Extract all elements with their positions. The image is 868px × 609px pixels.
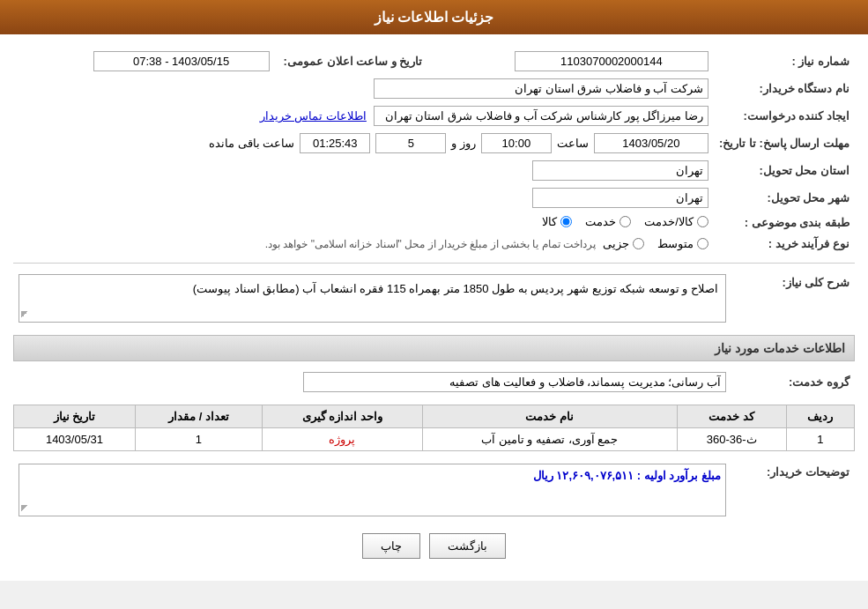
announcement-date-label: تاریخ و ساعت اعلان عمومی: [275,48,428,75]
col-quantity: تعداد / مقدار [135,405,262,428]
cell-service-name: جمع آوری، تصفیه و تامین آب [422,428,677,451]
col-unit: واحد اندازه گیری [263,405,423,428]
buyer-org-label: نام دستگاه خریدار: [714,75,855,102]
buyer-notes-label: توضیحات خریدار: [731,460,855,520]
need-description-label: شرح کلی نیاز: [731,271,855,326]
category-option-1: کالا [542,215,572,228]
row-response-deadline: مهلت ارسال پاسخ: تا تاریخ: 1403/05/20 سا… [13,130,855,157]
requester-value: رضا میرزاگل پور کارشناس شرکت آب و فاضلاب… [374,106,708,126]
col-date: تاریخ نیاز [14,405,136,428]
city-label: شهر محل تحویل: [714,184,855,212]
info-table: شماره نیاز : 1103070002000144 تاریخ و سا… [13,48,855,254]
row-purchase-type: نوع فرآیند خرید : متوسط جزیی [13,234,855,254]
need-description-value: اصلاح و توسعه شبکه توزیع شهر پردیس به طو… [193,282,718,295]
content-area: شماره نیاز : 1103070002000144 تاریخ و سا… [0,34,868,581]
response-time-label: ساعت [557,137,589,150]
page-header: جزئیات اطلاعات نیاز [0,0,868,34]
row-buyer-org: نام دستگاه خریدار: شرکت آب و فاضلاب شرق … [13,75,855,102]
city-value: تهران [532,188,708,208]
print-button[interactable]: چاپ [362,533,420,559]
col-row-num: ردیف [786,405,854,428]
requester-label: ایجاد کننده درخواست: [714,102,855,130]
row-need-description: شرح کلی نیاز: اصلاح و توسعه شبکه توزیع ش… [13,271,855,326]
page-title: جزئیات اطلاعات نیاز [375,10,494,25]
purchase-type-label-small: جزیی [603,237,629,250]
response-days-value: 5 [375,133,446,153]
buyer-org-value: شرکت آب و فاضلاب شرق استان تهران [374,78,708,99]
service-group-label: گروه خدمت: [731,368,855,396]
category-radio-khedmat[interactable] [619,216,631,227]
province-label: استان محل تحویل: [714,157,855,184]
purchase-type-radio-group: متوسط جزیی [603,237,708,250]
category-label-kala: کالا [542,215,557,228]
services-section-header: اطلاعات خدمات مورد نیاز [13,335,855,361]
buyer-notes-resize-handle [21,505,30,514]
category-value-cell: کالا/خدمت خدمت کالا [13,212,714,234]
table-row: 1ث-36-360جمع آوری، تصفیه و تامین آبپروژه… [14,428,855,451]
need-number-label: شماره نیاز : [714,48,855,75]
province-value-cell: تهران [13,157,714,184]
service-group-value-cell: آب رسانی؛ مدیریت پسماند، فاضلاب و فعالیت… [13,368,731,396]
button-row: بازگشت چاپ [13,533,855,559]
services-table: ردیف کد خدمت نام خدمت واحد اندازه گیری ت… [13,405,855,451]
response-date-value: 1403/05/20 [594,133,708,153]
category-radio-kala[interactable] [560,216,572,227]
cell-date: 1403/05/31 [14,428,136,451]
buyer-notes-value-cell: مبلغ برآورد اولیه : ۱۲,۶۰۹,۰۷۶,۵۱۱ ریال [13,460,731,520]
response-time-value: 10:00 [481,133,552,153]
back-button[interactable]: بازگشت [429,533,506,559]
response-remaining-label: ساعت باقی مانده [209,137,294,150]
purchase-type-label-medium: متوسط [657,237,694,250]
announcement-date-value-cell: 1403/05/15 - 07:38 [13,48,275,75]
row-province: استان محل تحویل: تهران [13,157,855,184]
category-radio-kala-khedmat[interactable] [697,216,708,227]
row-buyer-notes: توضیحات خریدار: مبلغ برآورد اولیه : ۱۲,۶… [13,460,855,520]
service-group-table: گروه خدمت: آب رسانی؛ مدیریت پسماند، فاضل… [13,368,855,396]
category-radio-group: کالا/خدمت خدمت کالا [542,215,708,228]
services-table-header-row: ردیف کد خدمت نام خدمت واحد اندازه گیری ت… [14,405,855,428]
description-table: شرح کلی نیاز: اصلاح و توسعه شبکه توزیع ش… [13,271,855,326]
row-need-number: شماره نیاز : 1103070002000144 تاریخ و سا… [13,48,855,75]
purchase-type-option-2: متوسط [657,237,708,250]
cell-unit: پروژه [263,428,423,451]
need-description-box: اصلاح و توسعه شبکه توزیع شهر پردیس به طو… [19,274,726,323]
resize-handle [21,311,30,320]
purchase-type-option-1: جزیی [603,237,644,250]
purchase-type-value-cell: متوسط جزیی پرداخت تمام یا بخشی از مبلغ خ… [13,234,714,254]
requester-value-cell: رضا میرزاگل پور کارشناس شرکت آب و فاضلاب… [13,102,714,130]
services-table-header: ردیف کد خدمت نام خدمت واحد اندازه گیری ت… [14,405,855,428]
category-label-khedmat: خدمت [585,215,616,228]
announcement-date-value: 1403/05/15 - 07:38 [93,51,270,71]
page-container: جزئیات اطلاعات نیاز شماره نیاز : 1103070… [0,0,868,581]
buyer-notes-price: مبلغ برآورد اولیه : ۱۲,۶۰۹,۰۷۶,۵۱۱ ریال [24,469,721,482]
city-value-cell: تهران [13,184,714,212]
response-deadline-label: مهلت ارسال پاسخ: تا تاریخ: [714,130,855,157]
row-service-group: گروه خدمت: آب رسانی؛ مدیریت پسماند، فاضل… [13,368,855,396]
need-description-value-cell: اصلاح و توسعه شبکه توزیع شهر پردیس به طو… [13,271,731,326]
category-option-2: خدمت [585,215,631,228]
response-remaining-value: 01:25:43 [300,133,370,153]
service-group-value: آب رسانی؛ مدیریت پسماند، فاضلاب و فعالیت… [303,372,726,392]
purchase-type-label: نوع فرآیند خرید : [714,234,855,254]
cell-row-num: 1 [786,428,854,451]
buyer-notes-box: مبلغ برآورد اولیه : ۱۲,۶۰۹,۰۷۶,۵۱۱ ریال [19,464,726,516]
purchase-note: پرداخت تمام یا بخشی از مبلغ خریدار از مح… [265,238,596,250]
cell-quantity: 1 [135,428,262,451]
cell-service-code: ث-36-360 [677,428,786,451]
buyer-org-value-cell: شرکت آب و فاضلاب شرق استان تهران [13,75,714,102]
category-label: طبقه بندی موضوعی : [714,212,855,234]
contact-info-link[interactable]: اطلاعات تماس خریدار [260,109,367,123]
category-label-kala-khedmat: کالا/خدمت [644,215,694,228]
province-value: تهران [532,160,708,181]
purchase-type-radio-medium[interactable] [697,238,708,249]
col-service-name: نام خدمت [422,405,677,428]
services-table-body: 1ث-36-360جمع آوری، تصفیه و تامین آبپروژه… [14,428,855,451]
row-requester: ایجاد کننده درخواست: رضا میرزاگل پور کار… [13,102,855,130]
need-number-value: 1103070002000144 [515,51,708,71]
category-option-3: کالا/خدمت [644,215,708,228]
col-service-code: کد خدمت [677,405,786,428]
separator-1 [13,263,855,264]
row-category: طبقه بندی موضوعی : کالا/خدمت خدمت [13,212,855,234]
buyer-notes-table: توضیحات خریدار: مبلغ برآورد اولیه : ۱۲,۶… [13,460,855,520]
purchase-type-radio-small[interactable] [633,238,644,249]
